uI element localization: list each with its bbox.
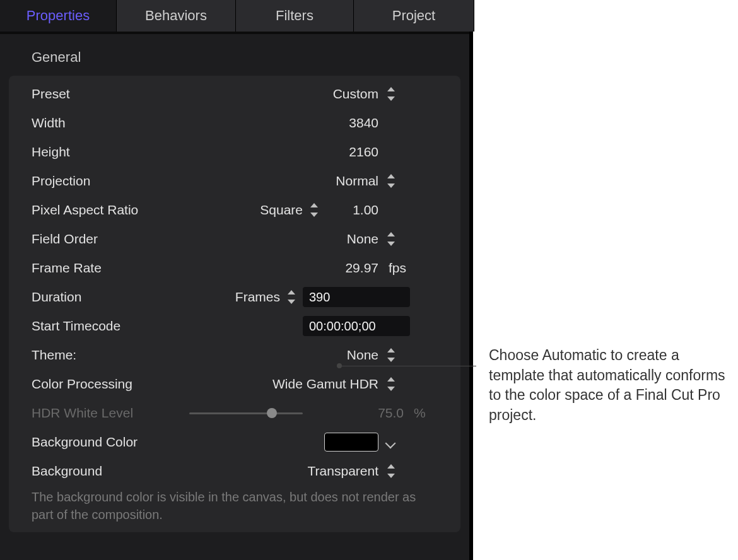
color-processing-label: Color Processing [32,376,189,392]
updown-icon[interactable] [386,174,396,188]
start-timecode-input[interactable]: 00:00:00;00 [303,316,410,336]
duration-input[interactable]: 390 [303,287,410,307]
tab-behaviors[interactable]: Behaviors [117,0,236,32]
frame-rate-value[interactable]: 29.97 [322,260,378,276]
projection-label: Projection [32,173,189,189]
inspector-tabs: Properties Behaviors Filters Project [0,0,469,34]
updown-icon[interactable] [309,203,319,217]
field-order-value[interactable]: None [303,231,378,247]
par-label: Pixel Aspect Ratio [32,202,189,218]
color-processing-value[interactable]: Wide Gamut HDR [240,376,378,392]
row-projection: Projection Normal [9,166,460,195]
height-label: Height [32,144,189,160]
row-duration: Duration Frames 390 [9,283,460,312]
row-background-color: Background Color [9,428,460,457]
updown-icon[interactable] [286,290,296,304]
field-order-label: Field Order [32,231,189,247]
row-background: Background Transparent [9,457,460,486]
par-value[interactable]: Square [260,202,303,218]
general-properties-card: Preset Custom Width 3840 Height 2160 [9,76,460,532]
updown-icon[interactable] [386,87,396,101]
start-timecode-label: Start Timecode [32,318,189,334]
width-value[interactable]: 3840 [303,115,378,131]
hdr-white-level-value: 75.0 [360,405,404,421]
inspector-panel: Properties Behaviors Filters Project Gen… [0,0,473,560]
background-value[interactable]: Transparent [278,464,378,479]
projection-value[interactable]: Normal [303,173,378,189]
par-number[interactable]: 1.00 [328,202,378,218]
updown-icon[interactable] [386,348,396,362]
background-color-label: Background Color [32,435,189,450]
row-field-order: Field Order None [9,225,460,254]
hdr-white-level-unit: % [410,405,439,421]
preset-label: Preset [32,86,189,102]
theme-value[interactable]: None [303,347,378,363]
width-label: Width [32,115,189,131]
duration-unit-select[interactable]: Frames [235,289,280,305]
height-value[interactable]: 2160 [303,144,378,160]
tab-filters[interactable]: Filters [236,0,354,32]
tab-properties[interactable]: Properties [0,0,117,32]
hdr-white-level-label: HDR White Level [32,405,189,421]
theme-label: Theme: [32,347,189,363]
preset-value[interactable]: Custom [303,86,378,102]
background-help-text: The background color is visible in the c… [9,486,460,523]
section-general[interactable]: General [0,34,469,76]
row-preset: Preset Custom [9,79,460,108]
updown-icon[interactable] [386,464,396,478]
hdr-white-level-slider [189,407,303,419]
duration-label: Duration [32,289,189,305]
callout-text: Choose Automatic to create a template th… [489,346,729,426]
row-color-processing: Color Processing Wide Gamut HDR [9,370,460,399]
frame-rate-unit: fps [385,260,439,276]
updown-icon[interactable] [386,377,396,391]
frame-rate-label: Frame Rate [32,260,189,276]
tab-project[interactable]: Project [354,0,474,32]
row-frame-rate: Frame Rate 29.97 fps [9,254,460,283]
row-start-timecode: Start Timecode 00:00:00;00 [9,312,460,341]
background-label: Background [32,464,189,479]
chevron-down-icon[interactable] [387,438,395,446]
callout-leader-line [339,366,476,366]
row-hdr-white-level: HDR White Level 75.0 % [9,399,460,428]
row-pixel-aspect-ratio: Pixel Aspect Ratio Square 1.00 [9,195,460,225]
background-color-swatch[interactable] [324,433,378,452]
row-height: Height 2160 [9,137,460,166]
updown-icon[interactable] [386,232,396,246]
row-width: Width 3840 [9,108,460,137]
